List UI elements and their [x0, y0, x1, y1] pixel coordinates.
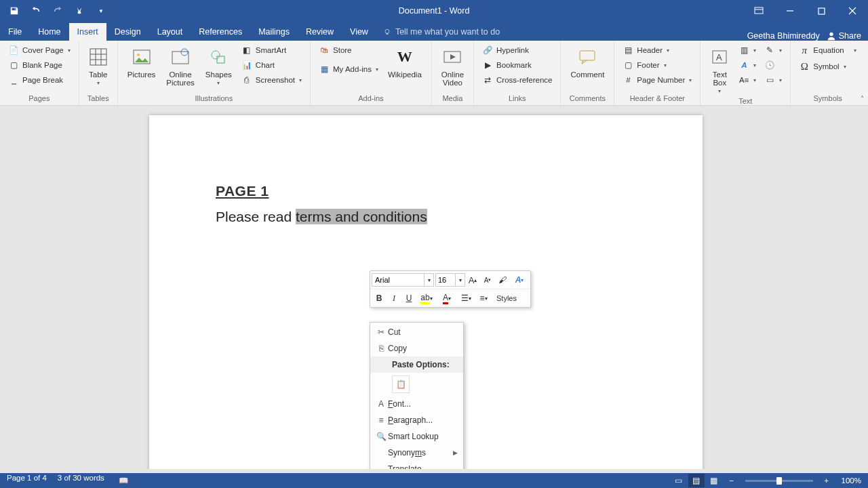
underline-icon[interactable]: U [401, 291, 416, 306]
drop-cap-button[interactable]: A≡▾ [736, 73, 759, 87]
hyperlink-button[interactable]: 🔗Hyperlink [479, 43, 555, 57]
mini-size-dropdown-icon[interactable]: ▾ [456, 273, 465, 287]
table-button[interactable]: Table▾ [85, 43, 112, 87]
maximize-icon[interactable] [806, 0, 837, 22]
paragraph-dialog-icon: ≡ [374, 415, 388, 425]
signature-line-button[interactable]: ✎▾ [762, 43, 785, 57]
status-words[interactable]: 3 of 30 words [58, 474, 104, 487]
clear-formatting-icon[interactable]: A▾ [510, 272, 529, 287]
blank-page-button[interactable]: ▢Blank Page [5, 58, 73, 72]
screenshot-button[interactable]: ⎙Screenshot▾ [239, 73, 304, 87]
chart-button[interactable]: 📊Chart [239, 58, 304, 72]
grow-font-icon[interactable]: A▴ [465, 272, 480, 287]
smart-lookup-icon: 🔍 [374, 432, 388, 441]
redo-icon[interactable] [47, 1, 68, 20]
print-layout-icon[interactable]: ▤ [688, 474, 705, 487]
ctx-smart-lookup[interactable]: 🔍Smart Lookup [370, 428, 463, 445]
page-number-icon: # [623, 75, 633, 85]
minimize-icon[interactable] [774, 0, 806, 22]
cross-reference-button[interactable]: ⇄Cross-reference [479, 73, 555, 87]
tab-design[interactable]: Design [106, 23, 149, 41]
my-addins-button[interactable]: ▦My Add-ins▾ [316, 62, 381, 76]
group-links-label: Links [479, 93, 555, 105]
tab-references[interactable]: References [191, 23, 250, 41]
mini-font-combo[interactable] [372, 273, 425, 287]
collapse-ribbon-icon[interactable]: ˄ [861, 95, 864, 102]
ctx-paragraph[interactable]: ≡Paragraph... [370, 412, 463, 428]
ctx-synonyms[interactable]: Synonyms▶ [370, 445, 463, 461]
body-text[interactable]: Please read terms and conditions [216, 209, 636, 225]
read-mode-icon[interactable]: ▭ [671, 474, 687, 487]
shapes-button[interactable]: Shapes▾ [201, 43, 236, 87]
cover-page-button[interactable]: 📄Cover Page▾ [5, 43, 73, 57]
numbering-icon[interactable]: ≡▾ [475, 291, 492, 306]
equation-button[interactable]: πEquation ▾ [796, 43, 859, 57]
status-proofing-icon[interactable]: 📖 [115, 474, 132, 487]
smartart-button[interactable]: ◧SmartArt [239, 43, 304, 57]
zoom-in-icon[interactable]: + [818, 474, 835, 487]
date-time-button[interactable]: 🕓 [762, 58, 785, 72]
tab-view[interactable]: View [342, 23, 376, 41]
object-button[interactable]: ▭▾ [762, 73, 785, 87]
tab-mailings[interactable]: Mailings [250, 23, 298, 41]
share-button[interactable]: Share [827, 31, 861, 41]
cut-icon[interactable] [69, 1, 90, 20]
page-break-button[interactable]: ⎯Page Break [5, 73, 73, 87]
tab-review[interactable]: Review [298, 23, 342, 41]
symbol-button[interactable]: ΩSymbol▾ [796, 60, 859, 73]
store-button[interactable]: 🛍Store [316, 43, 381, 57]
tab-home[interactable]: Home [30, 23, 68, 41]
ctx-translate[interactable]: Translate [370, 461, 463, 469]
svg-text:A: A [716, 52, 722, 62]
web-layout-icon[interactable]: ▦ [706, 474, 722, 487]
bullets-icon[interactable]: ☰▾ [457, 291, 475, 306]
ctx-font[interactable]: AFont... [370, 396, 463, 412]
mini-size-combo[interactable] [435, 273, 456, 287]
undo-icon[interactable] [26, 1, 46, 20]
ctx-cut[interactable]: ✂Cut [370, 324, 463, 340]
online-pictures-button[interactable]: Online Pictures [162, 43, 199, 88]
footer-icon: ▢ [623, 60, 633, 70]
close-icon[interactable] [837, 0, 868, 22]
ribbon-display-icon[interactable] [743, 0, 774, 22]
page-number-button[interactable]: #Page Number▾ [620, 73, 694, 87]
footer-button[interactable]: ▢Footer▾ [620, 58, 694, 72]
paste-keep-source-icon[interactable]: 📋 [392, 375, 410, 393]
header-button[interactable]: ▤Header▾ [620, 43, 694, 57]
pictures-button[interactable]: Pictures [123, 43, 160, 80]
save-icon[interactable] [4, 1, 24, 20]
cross-reference-icon: ⇄ [482, 75, 493, 85]
text-box-icon: A [711, 45, 728, 69]
tab-layout[interactable]: Layout [149, 23, 191, 41]
mini-font-dropdown-icon[interactable]: ▾ [425, 273, 434, 287]
font-color-icon[interactable]: A▾ [437, 291, 457, 306]
tab-insert[interactable]: Insert [69, 23, 106, 41]
svg-rect-19 [217, 56, 224, 63]
wordart-button[interactable]: A▾ [736, 58, 759, 72]
page-heading[interactable]: PAGE 1 [216, 183, 636, 199]
mini-styles-button[interactable]: Styles [492, 294, 521, 302]
selected-text[interactable]: terms and conditions [296, 209, 427, 224]
zoom-out-icon[interactable]: − [724, 474, 740, 487]
status-page[interactable]: Page 1 of 4 [7, 474, 47, 487]
my-addins-icon: ▦ [319, 64, 330, 75]
user-name[interactable]: Geetha Bhimireddy [747, 31, 820, 41]
format-painter-icon[interactable]: 🖌 [495, 272, 510, 287]
shrink-font-icon[interactable]: A▾ [480, 272, 495, 287]
wikipedia-button[interactable]: WWikipedia [384, 43, 426, 80]
zoom-level[interactable]: 100% [842, 476, 861, 485]
online-video-button[interactable]: Online Video [437, 43, 468, 88]
bookmark-button[interactable]: ▶Bookmark [479, 58, 555, 72]
zoom-slider[interactable] [745, 480, 813, 482]
ctx-copy[interactable]: ⎘Copy [370, 340, 463, 357]
ribbon-tabs: File Home Insert Design Layout Reference… [0, 22, 868, 41]
tab-file[interactable]: File [0, 23, 30, 41]
text-box-button[interactable]: AText Box▾ [706, 43, 733, 96]
tell-me-search[interactable]: Tell me what you want to do [376, 23, 507, 41]
comment-button[interactable]: Comment [566, 43, 608, 80]
highlight-icon[interactable]: ab▾ [416, 291, 437, 306]
quick-parts-button[interactable]: ▥▾ [736, 43, 759, 57]
bold-icon[interactable]: B [372, 291, 387, 306]
qat-customize-icon[interactable]: ▼ [91, 1, 111, 20]
italic-icon[interactable]: I [387, 291, 401, 306]
